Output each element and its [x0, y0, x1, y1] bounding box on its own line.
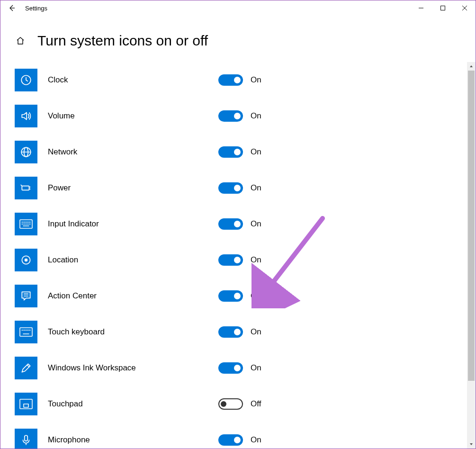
setting-row-action-center: Action CenterOn — [0, 278, 467, 314]
toggle-state-label: Off — [251, 399, 261, 409]
page-header: Turn system icons on or off — [0, 16, 476, 60]
settings-list: ClockOnVolumeOnNetworkOnPowerOnInput Ind… — [0, 62, 467, 449]
action-center-icon — [15, 285, 37, 307]
minimize-button[interactable] — [410, 0, 432, 16]
svg-point-26 — [25, 259, 28, 262]
setting-row-volume: VolumeOn — [0, 98, 467, 134]
scrollbar-track[interactable] — [467, 71, 476, 440]
scrollbar-thumb[interactable] — [468, 71, 475, 381]
toggle-state-label: On — [251, 291, 261, 301]
scroll-up-button[interactable] — [467, 62, 476, 71]
microphone-icon — [15, 429, 37, 449]
setting-row-touch-keyboard: Touch keyboardOn — [0, 314, 467, 350]
location-icon — [15, 249, 37, 271]
setting-label: Microphone — [48, 435, 218, 445]
touchpad-icon — [15, 393, 37, 415]
setting-row-clock: ClockOn — [0, 62, 467, 98]
setting-row-input-indicator: Input IndicatorOn — [0, 206, 467, 242]
setting-label: Windows Ink Workspace — [48, 363, 218, 373]
setting-label: Touch keyboard — [48, 327, 218, 337]
windows-ink-icon — [15, 357, 37, 379]
toggle-windows-ink[interactable] — [218, 362, 243, 374]
scrollbar[interactable] — [467, 62, 476, 449]
scroll-down-button[interactable] — [467, 440, 476, 449]
setting-row-network: NetworkOn — [0, 134, 467, 170]
toggle-power[interactable] — [218, 182, 243, 194]
toggle-input-indicator[interactable] — [218, 218, 243, 230]
toggle-state-label: On — [251, 75, 261, 85]
window-title: Settings — [23, 5, 47, 12]
setting-row-microphone: MicrophoneOn — [0, 422, 467, 449]
svg-rect-2 — [441, 6, 445, 10]
svg-line-12 — [21, 185, 22, 186]
volume-icon — [15, 105, 37, 127]
svg-rect-9 — [22, 186, 29, 190]
toggle-touchpad[interactable] — [218, 398, 243, 410]
toggle-microphone[interactable] — [218, 434, 243, 446]
setting-label: Power — [48, 183, 218, 193]
setting-label: Network — [48, 147, 218, 157]
toggle-state-label: On — [251, 363, 261, 373]
titlebar: Settings — [0, 0, 476, 16]
toggle-state-label: On — [251, 219, 261, 229]
setting-label: Clock — [48, 75, 218, 85]
toggle-action-center[interactable] — [218, 290, 243, 302]
toggle-state-label: On — [251, 147, 261, 157]
toggle-volume[interactable] — [218, 110, 243, 122]
toggle-location[interactable] — [218, 254, 243, 266]
toggle-state-label: On — [251, 183, 261, 193]
toggle-state-label: On — [251, 255, 261, 265]
setting-row-location: LocationOn — [0, 242, 467, 278]
setting-label: Action Center — [48, 291, 218, 301]
toggle-state-label: On — [251, 327, 261, 337]
svg-rect-38 — [25, 435, 28, 441]
toggle-clock[interactable] — [218, 74, 243, 86]
setting-row-power: PowerOn — [0, 170, 467, 206]
setting-label: Volume — [48, 111, 218, 121]
svg-rect-29 — [20, 328, 32, 336]
setting-row-windows-ink: Windows Ink WorkspaceOn — [0, 350, 467, 386]
page-title: Turn system icons on or off — [37, 33, 208, 49]
toggle-network[interactable] — [218, 146, 243, 158]
close-button[interactable] — [454, 0, 476, 16]
toggle-state-label: On — [251, 111, 261, 121]
network-icon — [15, 141, 37, 163]
toggle-state-label: On — [251, 435, 261, 445]
clock-icon — [15, 69, 37, 91]
power-icon — [15, 177, 37, 199]
setting-label: Location — [48, 255, 218, 265]
svg-rect-37 — [24, 404, 28, 407]
home-icon[interactable] — [15, 35, 26, 46]
input-indicator-icon — [15, 213, 37, 235]
back-button[interactable] — [0, 0, 23, 16]
setting-row-touchpad: TouchpadOff — [0, 386, 467, 422]
setting-label: Input Indicator — [48, 219, 218, 229]
toggle-touch-keyboard[interactable] — [218, 326, 243, 338]
maximize-button[interactable] — [432, 0, 454, 16]
touch-keyboard-icon — [15, 321, 37, 343]
setting-label: Touchpad — [48, 399, 218, 409]
